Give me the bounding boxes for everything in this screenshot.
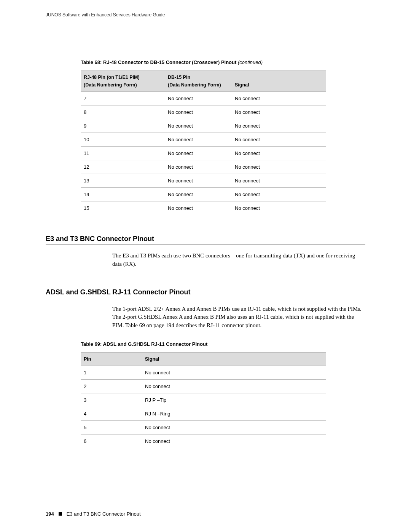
table-68: RJ-48 Pin (on T1/E1 PIM) (Data Numbering… — [81, 70, 326, 215]
table68-header-col1b: (Data Numbering Form) — [84, 82, 162, 88]
table-row: 10No connectNo connect — [81, 133, 326, 147]
cell: No connect — [232, 105, 326, 119]
table68-caption-main: Table 68: RJ-48 Connector to DB-15 Conne… — [81, 59, 238, 65]
cell: No connect — [142, 366, 326, 379]
cell: No connect — [165, 92, 232, 105]
cell: 13 — [81, 174, 165, 188]
page-number: 194 — [46, 511, 54, 517]
cell: No connect — [165, 174, 232, 188]
cell: No connect — [232, 147, 326, 160]
table68-header-col2a: DB-15 Pin — [168, 75, 229, 80]
page-header: JUNOS Software with Enhanced Services Ha… — [46, 12, 365, 18]
cell: RJ P –Tip — [142, 393, 326, 407]
cell: 11 — [81, 147, 165, 160]
cell: 2 — [81, 379, 142, 393]
table-row: 9No connectNo connect — [81, 119, 326, 133]
table-row: 4RJ N –Ring — [81, 407, 326, 420]
table-row: 8No connectNo connect — [81, 105, 326, 119]
table-row: 3RJ P –Tip — [81, 393, 326, 407]
cell: 5 — [81, 420, 142, 434]
cell: No connect — [165, 201, 232, 215]
table-row: 11No connectNo connect — [81, 147, 326, 160]
cell: No connect — [142, 434, 326, 448]
table-row: 13No connectNo connect — [81, 174, 326, 188]
section-heading-e3t3: E3 and T3 BNC Connector Pinout — [46, 235, 365, 245]
cell: 14 — [81, 188, 165, 201]
table68-header-row: RJ-48 Pin (on T1/E1 PIM) (Data Numbering… — [81, 71, 326, 92]
table-row: 12No connectNo connect — [81, 160, 326, 174]
table-row: 5No connect — [81, 420, 326, 434]
cell: No connect — [232, 92, 326, 105]
section-e3t3-paragraph: The E3 and T3 PIMs each use two BNC conn… — [112, 252, 362, 268]
cell: 10 — [81, 133, 165, 147]
cell: No connect — [142, 420, 326, 434]
cell: 7 — [81, 92, 165, 105]
cell: 8 — [81, 105, 165, 119]
table69-caption: Table 69: ADSL and G.SHDSL RJ-11 Connect… — [81, 341, 365, 347]
cell: RJ N –Ring — [142, 407, 326, 420]
cell: No connect — [232, 133, 326, 147]
footer-section-title: E3 and T3 BNC Connector Pinout — [67, 511, 141, 517]
cell: No connect — [165, 188, 232, 201]
cell: No connect — [165, 160, 232, 174]
table68-header-col1a: RJ-48 Pin (on T1/E1 PIM) — [84, 75, 162, 80]
table68-header-col3: Signal — [235, 82, 323, 88]
cell: No connect — [232, 201, 326, 215]
cell: No connect — [165, 147, 232, 160]
table-row: 1No connect — [81, 366, 326, 379]
cell: No connect — [232, 160, 326, 174]
cell: No connect — [232, 174, 326, 188]
cell: 6 — [81, 434, 142, 448]
cell: 3 — [81, 393, 142, 407]
cell: No connect — [165, 105, 232, 119]
cell: 12 — [81, 160, 165, 174]
table69-header-col2: Signal — [142, 352, 326, 366]
table69-header-col1: Pin — [81, 352, 142, 366]
cell: 9 — [81, 119, 165, 133]
table-row: 6No connect — [81, 434, 326, 448]
cell: No connect — [232, 119, 326, 133]
table69-header-row: Pin Signal — [81, 352, 326, 366]
square-bullet-icon — [59, 512, 62, 516]
table-row: 7No connectNo connect — [81, 92, 326, 105]
cell: 15 — [81, 201, 165, 215]
table-row: 15No connectNo connect — [81, 201, 326, 215]
section-heading-adsl: ADSL and G.SHDSL RJ-11 Connector Pinout — [46, 288, 365, 298]
table68-caption: Table 68: RJ-48 Connector to DB-15 Conne… — [81, 59, 365, 65]
cell: No connect — [142, 379, 326, 393]
page-footer: 194 E3 and T3 BNC Connector Pinout — [46, 511, 141, 517]
table68-caption-continued: (continued) — [238, 59, 263, 65]
table-69: Pin Signal 1No connect 2No connect 3RJ P… — [81, 352, 326, 448]
table-row: 14No connectNo connect — [81, 188, 326, 201]
cell: 4 — [81, 407, 142, 420]
section-adsl-paragraph: The 1-port ADSL 2/2+ Annex A and Annex B… — [112, 305, 362, 330]
table-row: 2No connect — [81, 379, 326, 393]
cell: No connect — [232, 188, 326, 201]
cell: 1 — [81, 366, 142, 379]
cell: No connect — [165, 133, 232, 147]
table68-header-col2b: (Data Numbering Form) — [168, 82, 229, 88]
cell: No connect — [165, 119, 232, 133]
